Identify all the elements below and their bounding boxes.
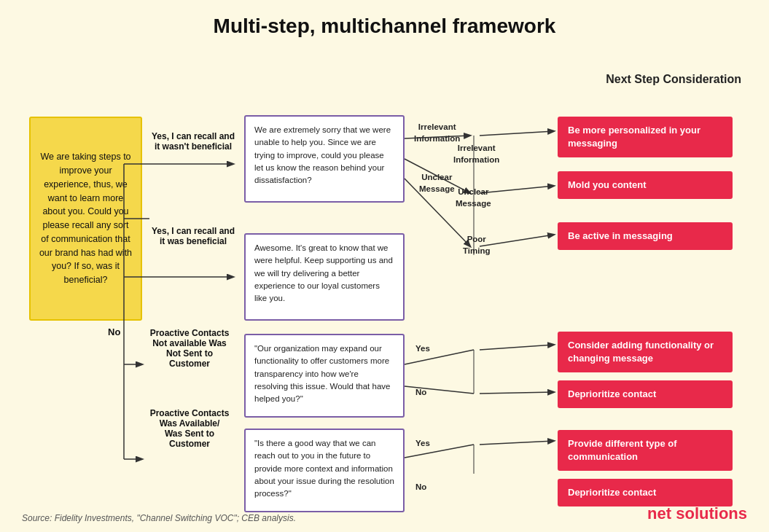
svg-line-15 xyxy=(480,235,554,246)
no-branch-label: No xyxy=(108,326,120,337)
branch-label-bottom-right: Proactive Contacts Was Available/ Was Se… xyxy=(149,408,230,449)
action-functionality: Consider adding functionality or changin… xyxy=(558,332,733,372)
branch-label-middle: Yes, I can recall and it was beneficial xyxy=(149,226,237,246)
action-personalized: Be more personalized in your messaging xyxy=(558,117,733,157)
yes-label-bottom-left: Yes xyxy=(415,343,430,354)
msg-box-middle: Awesome. It's great to know that we were… xyxy=(244,233,405,321)
cat-label-poor-timing: PoorTiming xyxy=(463,233,490,257)
action-deprioritize-2: Deprioritize contact xyxy=(558,479,733,506)
no-label-bottom-left: No xyxy=(415,386,426,398)
cat-irrelevant: IrrelevantInformation xyxy=(414,121,460,144)
svg-line-13 xyxy=(480,131,554,136)
msg-box-bottom-right: "Is there a good way that we can reach o… xyxy=(244,429,405,512)
svg-line-24 xyxy=(480,441,554,445)
svg-line-20 xyxy=(480,392,554,394)
msg-box-top: We are extremely sorry that we were unab… xyxy=(244,115,405,203)
yes-label-bottom-right: Yes xyxy=(415,437,430,449)
brand-solutions: solutions xyxy=(676,504,747,523)
action-deprioritize-1: Deprioritize contact xyxy=(558,380,733,408)
branch-label-bottom-left: Proactive Contacts Not available Was Not… xyxy=(149,328,230,369)
action-mold: Mold you content xyxy=(558,171,733,199)
brand-net: net xyxy=(647,504,676,523)
brand-logo: net solutions xyxy=(647,504,747,523)
cat-label-unclear-msg: UnclearMessage xyxy=(456,186,491,209)
start-box: We are taking steps to improve your expe… xyxy=(29,117,142,321)
msg-box-bottom-left: "Our organization may expand our functio… xyxy=(244,334,405,418)
svg-line-19 xyxy=(480,345,554,350)
action-communication: Provide different type of communication xyxy=(558,430,733,471)
action-active: Be active in messaging xyxy=(558,222,733,250)
page-title: Multi-step, multichannel framework xyxy=(22,15,747,38)
cat-unclear: UnclearMessage xyxy=(419,171,455,195)
cat-label-irrelevant: IrrelevantInformation xyxy=(453,142,499,165)
page: Multi-step, multichannel framework Next … xyxy=(0,0,769,532)
branch-label-top: Yes, I can recall and it wasn't benefici… xyxy=(149,131,237,152)
no-label-bottom-right: No xyxy=(415,481,426,493)
diagram: We are taking steps to improve your expe… xyxy=(22,51,747,474)
footer-source: Source: Fidelity Investments, "Channel S… xyxy=(22,513,296,523)
